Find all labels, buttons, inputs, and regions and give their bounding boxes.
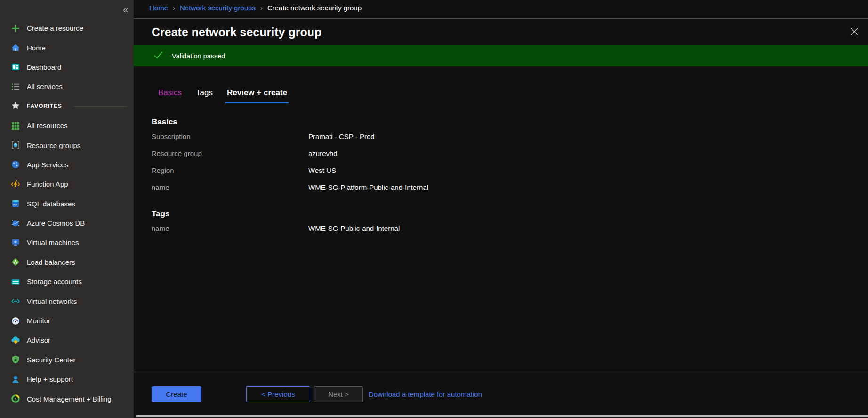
sidebar: « Create a resource Home Dashboard All s… bbox=[0, 0, 134, 418]
sidebar-item-label: Resource groups bbox=[27, 141, 80, 149]
row-value: WME-SG-Public-and-Internal bbox=[308, 224, 400, 232]
grid-icon bbox=[11, 121, 20, 131]
sidebar-item-virtual-machines[interactable]: Virtual machines bbox=[0, 233, 134, 252]
page-title: Create network security group bbox=[152, 25, 321, 39]
next-button[interactable]: Next > bbox=[314, 386, 363, 402]
review-row-region: Region West US bbox=[152, 162, 849, 179]
sidebar-item-virtual-networks[interactable]: Virtual networks bbox=[0, 291, 134, 311]
help-support-icon bbox=[11, 375, 20, 384]
sidebar-item-monitor[interactable]: Monitor bbox=[0, 311, 134, 330]
close-button[interactable] bbox=[848, 25, 860, 39]
sidebar-item-label: Dashboard bbox=[27, 63, 61, 71]
sidebar-item-cost-management-billing[interactable]: $ Cost Management + Billing bbox=[0, 389, 134, 408]
row-value: WME-SG-Platform-Public-and-Internal bbox=[308, 183, 428, 191]
sidebar-item-label: Storage accounts bbox=[27, 278, 82, 286]
dashboard-icon bbox=[11, 62, 20, 72]
cost-management-icon: $ bbox=[11, 394, 20, 403]
breadcrumb-separator-icon: › bbox=[173, 4, 175, 12]
tab-tags[interactable]: Tags bbox=[194, 88, 214, 103]
sidebar-item-create-a-resource[interactable]: Create a resource bbox=[0, 18, 134, 38]
load-balancer-icon bbox=[11, 257, 20, 267]
row-value: Pramati - CSP - Prod bbox=[308, 132, 375, 140]
sidebar-item-security-center[interactable]: Security Center bbox=[0, 350, 134, 369]
row-label: name bbox=[152, 183, 308, 191]
sidebar-section-label: FAVORITES bbox=[27, 103, 62, 109]
create-button[interactable]: Create bbox=[152, 386, 201, 402]
storage-icon bbox=[11, 277, 20, 287]
sidebar-item-label: Virtual networks bbox=[27, 297, 77, 305]
sidebar-item-resource-groups[interactable]: Resource groups bbox=[0, 135, 134, 155]
tab-basics[interactable]: Basics bbox=[157, 88, 183, 103]
sidebar-item-label: Function App bbox=[27, 180, 68, 188]
sidebar-item-label: All services bbox=[27, 82, 63, 90]
review-row-subscription: Subscription Pramati - CSP - Prod bbox=[152, 128, 849, 145]
review-row-resource-group: Resource group azurevhd bbox=[152, 145, 849, 162]
sidebar-item-label: Azure Cosmos DB bbox=[27, 219, 85, 227]
monitor-icon bbox=[11, 316, 20, 326]
sidebar-item-advisor[interactable]: Advisor bbox=[0, 330, 134, 350]
main-panel: Home › Network security groups › Create … bbox=[134, 0, 868, 418]
virtual-network-icon bbox=[11, 296, 20, 306]
review-summary: Basics Subscription Pramati - CSP - Prod… bbox=[152, 116, 849, 237]
review-row-name: name WME-SG-Platform-Public-and-Internal bbox=[152, 179, 849, 196]
sidebar-item-storage-accounts[interactable]: Storage accounts bbox=[0, 272, 134, 291]
sidebar-item-label: Advisor bbox=[27, 336, 50, 344]
sidebar-item-sql-databases[interactable]: SQL SQL databases bbox=[0, 194, 134, 213]
sidebar-item-help-support[interactable]: Help + support bbox=[0, 369, 134, 389]
sidebar-item-all-resources[interactable]: All resources bbox=[0, 116, 134, 135]
sidebar-item-home[interactable]: Home bbox=[0, 38, 134, 57]
advisor-icon bbox=[11, 336, 20, 345]
row-value: West US bbox=[308, 166, 336, 174]
breadcrumb-home-link[interactable]: Home bbox=[149, 4, 168, 12]
virtual-machine-icon bbox=[11, 238, 20, 247]
star-icon bbox=[11, 101, 20, 112]
sidebar-item-dashboard[interactable]: Dashboard bbox=[0, 57, 134, 77]
breadcrumb-network-security-groups-link[interactable]: Network security groups bbox=[180, 4, 256, 12]
validation-message: Validation passed bbox=[172, 52, 225, 60]
tags-section-heading: Tags bbox=[152, 208, 849, 220]
home-icon bbox=[11, 43, 20, 52]
sidebar-nav: Create a resource Home Dashboard All ser… bbox=[0, 18, 134, 409]
svg-text:$: $ bbox=[15, 397, 16, 401]
tab-review-create[interactable]: Review + create bbox=[225, 88, 289, 103]
footer: Create < Previous Next > Download a temp… bbox=[134, 372, 868, 416]
list-icon bbox=[11, 82, 20, 91]
function-app-icon bbox=[11, 180, 20, 189]
row-label: name bbox=[152, 224, 308, 232]
row-label: Region bbox=[152, 166, 308, 174]
sidebar-item-app-services[interactable]: App Services bbox=[0, 155, 134, 174]
close-icon bbox=[850, 27, 859, 37]
basics-section-heading: Basics bbox=[152, 116, 849, 128]
cosmos-db-icon bbox=[11, 219, 20, 228]
sidebar-item-load-balancers[interactable]: Load balancers bbox=[0, 253, 134, 272]
app-services-icon bbox=[11, 160, 20, 169]
plus-icon bbox=[11, 24, 20, 33]
sidebar-item-label: Load balancers bbox=[27, 258, 75, 266]
sidebar-item-label: Security Center bbox=[27, 356, 75, 364]
row-value: azurevhd bbox=[308, 149, 338, 157]
validation-banner: Validation passed bbox=[134, 45, 868, 66]
sidebar-item-label: All resources bbox=[27, 122, 68, 130]
azure-portal: « Create a resource Home Dashboard All s… bbox=[0, 0, 868, 418]
sidebar-item-label: Home bbox=[27, 44, 46, 52]
sidebar-item-all-services[interactable]: All services bbox=[0, 77, 134, 96]
row-label: Subscription bbox=[152, 132, 308, 140]
sidebar-item-label: SQL databases bbox=[27, 200, 75, 208]
breadcrumb-separator-icon: › bbox=[260, 4, 263, 12]
sidebar-collapse-button[interactable]: « bbox=[121, 4, 130, 15]
sidebar-item-azure-cosmos-db[interactable]: Azure Cosmos DB bbox=[0, 213, 134, 233]
sql-database-icon: SQL bbox=[11, 199, 20, 208]
sidebar-item-function-app[interactable]: Function App bbox=[0, 174, 134, 194]
check-icon bbox=[153, 49, 164, 62]
breadcrumb-current: Create network security group bbox=[267, 4, 362, 12]
download-template-link[interactable]: Download a template for automation bbox=[369, 390, 482, 398]
sidebar-item-label: App Services bbox=[27, 161, 68, 169]
sidebar-item-label: Monitor bbox=[27, 317, 50, 325]
security-center-icon bbox=[11, 355, 20, 364]
tab-bar: Basics Tags Review + create bbox=[157, 88, 289, 103]
previous-button[interactable]: < Previous bbox=[246, 386, 310, 402]
panel-header: Create network security group bbox=[134, 19, 868, 45]
sidebar-item-label: Help + support bbox=[27, 375, 73, 383]
sidebar-item-label: Cost Management + Billing bbox=[27, 395, 112, 403]
sidebar-section-favorites: FAVORITES bbox=[0, 97, 134, 116]
